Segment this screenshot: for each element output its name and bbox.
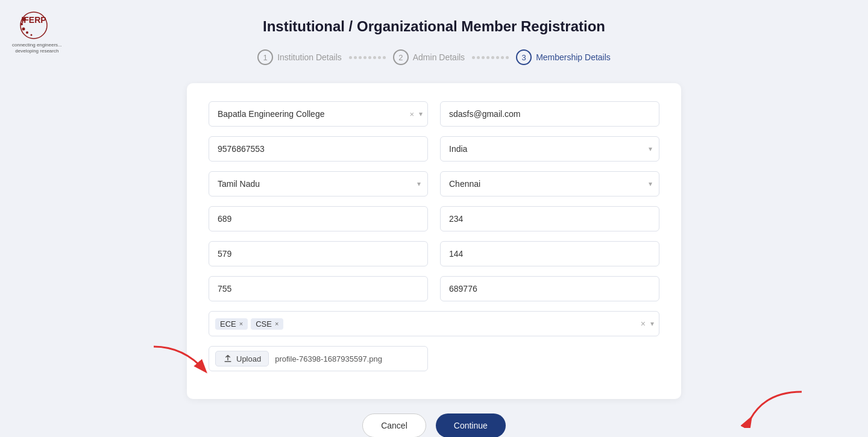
upload-btn-label: Upload (236, 354, 261, 363)
iferp-logo: IFERP (16, 8, 58, 42)
upload-area[interactable]: Upload profile-76398-1687935597.png (209, 346, 428, 371)
multi-select[interactable]: ECE × CSE × × ▾ (209, 311, 659, 336)
field1 (209, 206, 428, 231)
city-field: Chennai ▾ (440, 171, 659, 196)
step-dots-2 (472, 56, 509, 59)
multi-chevron-icon[interactable]: ▾ (650, 319, 654, 328)
logo-area: IFERP connecting engineers... developing… (12, 8, 62, 55)
upload-placeholder (440, 346, 659, 371)
form-actions: Cancel Continue (362, 413, 506, 437)
tag-ece: ECE × (215, 318, 248, 330)
form-row-3: Tamil Nadu ▾ Chennai ▾ (209, 171, 659, 196)
institution-chevron-icon[interactable]: ▾ (419, 110, 423, 118)
logo-tagline: connecting engineers... developing resea… (12, 42, 62, 55)
upload-filename: profile-76398-1687935597.png (275, 354, 382, 363)
svg-point-6 (31, 34, 33, 36)
form-row-1: Bapatla Engineering College × ▾ (209, 101, 659, 127)
form-row-2: India ▾ (209, 136, 659, 162)
svg-point-3 (20, 23, 23, 25)
form-row-8: Upload profile-76398-1687935597.png (209, 346, 659, 371)
cancel-button[interactable]: Cancel (362, 413, 426, 437)
svg-point-5 (26, 31, 28, 34)
state-field: Tamil Nadu ▾ (209, 171, 428, 196)
field5 (209, 276, 428, 301)
country-field: India ▾ (440, 136, 659, 162)
step-2: 2 Admin Details (393, 49, 465, 65)
svg-rect-7 (224, 361, 231, 362)
svg-point-4 (22, 28, 25, 31)
field5-input[interactable] (209, 276, 428, 301)
step-3-label: Membership Details (536, 52, 611, 62)
step-2-circle: 2 (393, 49, 409, 65)
tag-cse-remove[interactable]: × (275, 320, 278, 327)
email-field (440, 101, 659, 127)
step-dots-1 (349, 56, 386, 59)
tags-field: ECE × CSE × × ▾ (209, 311, 659, 336)
field2-input[interactable] (440, 206, 659, 231)
field3-input[interactable] (209, 241, 428, 266)
step-3-circle: 3 (516, 49, 532, 65)
upload-button[interactable]: Upload (215, 351, 269, 366)
phone-field (209, 136, 428, 162)
stepper: 1 Institution Details 2 Admin Details 3 … (257, 49, 611, 65)
step-2-label: Admin Details (413, 52, 465, 62)
multi-actions: × ▾ (641, 319, 654, 329)
form-row-5 (209, 241, 659, 266)
continue-button[interactable]: Continue (436, 413, 506, 437)
institution-field: Bapatla Engineering College × ▾ (209, 101, 428, 127)
svg-point-2 (22, 17, 26, 21)
field3 (209, 241, 428, 266)
email-input[interactable] (440, 101, 659, 127)
city-select[interactable]: Chennai (440, 171, 659, 196)
step-1-circle: 1 (257, 49, 273, 65)
form-container: Bapatla Engineering College × ▾ India ▾ (187, 83, 681, 399)
field4 (440, 241, 659, 266)
tag-ece-remove[interactable]: × (239, 320, 243, 327)
state-select[interactable]: Tamil Nadu (209, 171, 428, 196)
institution-clear-icon[interactable]: × (408, 110, 415, 119)
form-row-6 (209, 276, 659, 301)
tag-cse: CSE × (251, 318, 283, 330)
step-1-label: Institution Details (277, 52, 342, 62)
form-row-7: ECE × CSE × × ▾ (209, 311, 659, 336)
upload-icon (223, 354, 233, 363)
tag-cse-label: CSE (256, 319, 272, 329)
field6 (440, 276, 659, 301)
tag-ece-label: ECE (220, 319, 236, 329)
field4-input[interactable] (440, 241, 659, 266)
institution-value: Bapatla Engineering College (218, 109, 404, 119)
field1-input[interactable] (209, 206, 428, 231)
field2 (440, 206, 659, 231)
field6-input[interactable] (440, 276, 659, 301)
page-title: Institutional / Organizational Member Re… (263, 18, 605, 35)
country-select[interactable]: India (440, 136, 659, 162)
institution-select[interactable]: Bapatla Engineering College × ▾ (209, 101, 428, 127)
upload-field: Upload profile-76398-1687935597.png (209, 346, 428, 371)
step-1: 1 Institution Details (257, 49, 342, 65)
step-3: 3 Membership Details (516, 49, 611, 65)
phone-input[interactable] (209, 136, 428, 162)
form-row-4 (209, 206, 659, 231)
multi-clear-icon[interactable]: × (641, 319, 646, 329)
